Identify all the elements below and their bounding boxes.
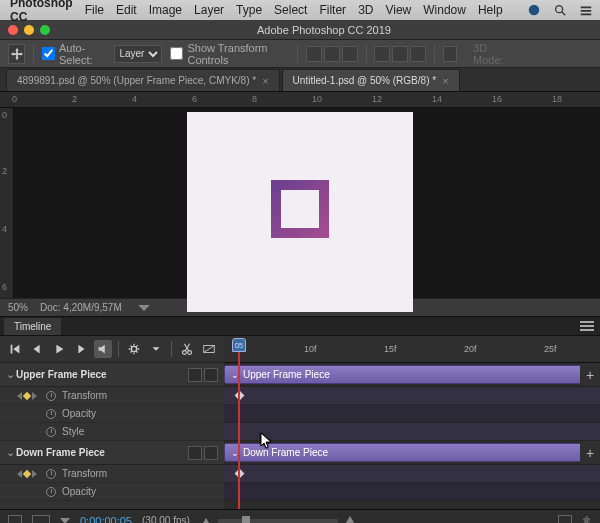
menu-extra-icon[interactable] — [579, 3, 593, 17]
menu-edit[interactable]: Edit — [116, 3, 137, 17]
menu-select[interactable]: Select — [274, 3, 307, 17]
zoom-out-icon[interactable] — [202, 518, 209, 524]
timeline-options-dropdown[interactable] — [147, 340, 165, 358]
playhead-cap-icon[interactable]: 05 — [232, 338, 246, 352]
timeline-clip[interactable]: ⌄Down Frame Piece — [224, 443, 594, 462]
audio-toggle-button[interactable] — [94, 340, 112, 358]
zoom-in-icon[interactable] — [344, 516, 356, 524]
timeline-clip[interactable]: ⌄Upper Frame Piece — [224, 365, 594, 384]
keyframe-nav[interactable] — [14, 392, 40, 400]
timeline-panel-tab[interactable]: Timeline — [4, 318, 61, 335]
layer-action-dropdown-icon[interactable] — [204, 446, 218, 460]
timeline-layer-header[interactable]: ⌄ Down Frame Piece — [0, 441, 224, 465]
timeline-tracks[interactable]: 05 10f 15f 20f 25f ⌄Upper Frame Piece + … — [224, 336, 600, 509]
split-clip-button[interactable] — [178, 340, 196, 358]
timeline-property-row[interactable]: Opacity — [0, 483, 224, 501]
add-track-button[interactable]: + — [580, 363, 600, 386]
align-left-icon[interactable] — [374, 46, 390, 62]
status-menu-icon[interactable] — [138, 305, 150, 311]
playhead-line[interactable] — [238, 352, 240, 509]
footer-menu-icon[interactable] — [60, 518, 70, 524]
auto-select-input[interactable] — [42, 47, 55, 60]
render-icon[interactable] — [32, 515, 50, 524]
transition-button[interactable] — [200, 340, 218, 358]
timeline-settings-button[interactable] — [125, 340, 143, 358]
timeline-keyframe-row[interactable] — [224, 483, 600, 501]
timeline-property-row[interactable]: Transform — [0, 387, 224, 405]
doc-size[interactable]: Doc: 4,20M/9,57M — [40, 302, 122, 313]
play-button[interactable] — [50, 340, 68, 358]
menu-window[interactable]: Window — [423, 3, 466, 17]
timeline-clip-row[interactable]: ⌄Upper Frame Piece + — [224, 363, 600, 387]
panel-menu-icon[interactable] — [578, 319, 596, 333]
menu-type[interactable]: Type — [236, 3, 262, 17]
show-transform-input[interactable] — [170, 47, 183, 60]
zoom-track[interactable] — [218, 519, 338, 523]
menu-view[interactable]: View — [385, 3, 411, 17]
stopwatch-icon[interactable] — [46, 469, 56, 479]
zoom-level[interactable]: 50% — [8, 302, 28, 313]
stopwatch-icon[interactable] — [46, 409, 56, 419]
timeline-keyframe-row[interactable] — [224, 387, 600, 405]
chevron-down-icon[interactable]: ⌄ — [6, 368, 16, 381]
close-tab-icon[interactable]: × — [262, 75, 268, 87]
align-hcenter-icon[interactable] — [392, 46, 408, 62]
goto-start-button[interactable] — [6, 340, 24, 358]
next-frame-button[interactable] — [72, 340, 90, 358]
timeline-clip-row[interactable]: ⌄Down Frame Piece + — [224, 441, 600, 465]
trash-icon[interactable]: 🗑 — [582, 515, 592, 523]
document-tab-1[interactable]: 4899891.psd @ 50% (Upper Frame Piece, CM… — [6, 69, 280, 91]
prev-frame-button[interactable] — [28, 340, 46, 358]
current-time[interactable]: 0:00:00:05 — [80, 515, 132, 524]
stopwatch-icon[interactable] — [46, 487, 56, 497]
auto-select-checkbox[interactable]: Auto-Select: — [42, 42, 107, 66]
menu-3d[interactable]: 3D — [358, 3, 373, 17]
horizontal-ruler[interactable]: 0 2 4 6 8 10 12 14 16 18 — [0, 92, 600, 108]
canvas-viewport[interactable]: 0 2 4 6 — [0, 108, 600, 298]
timeline-keyframe-row[interactable] — [224, 465, 600, 483]
close-tab-icon[interactable]: × — [442, 75, 448, 87]
align-vcenter-icon[interactable] — [324, 46, 340, 62]
timeline-keyframe-row[interactable] — [224, 423, 600, 441]
add-track-button[interactable]: + — [580, 441, 600, 464]
timeline-zoom-slider[interactable] — [200, 516, 548, 524]
close-window-button[interactable] — [8, 25, 18, 35]
move-tool-icon[interactable] — [8, 44, 25, 64]
timeline-property-row[interactable]: Transform — [0, 465, 224, 483]
menu-layer[interactable]: Layer — [194, 3, 224, 17]
playhead-marker[interactable]: 05 — [232, 338, 246, 352]
timeline-property-row[interactable]: Opacity — [0, 405, 224, 423]
vertical-ruler[interactable]: 0 2 4 6 — [0, 108, 14, 298]
align-bottom-icon[interactable] — [342, 46, 358, 62]
stopwatch-icon[interactable] — [46, 391, 56, 401]
layer-action-icon[interactable] — [188, 368, 202, 382]
fps-label[interactable]: (30,00 fps) — [142, 515, 190, 523]
zoom-handle[interactable] — [242, 516, 250, 524]
search-icon[interactable] — [553, 3, 567, 17]
menu-filter[interactable]: Filter — [319, 3, 346, 17]
menu-image[interactable]: Image — [149, 3, 182, 17]
auto-select-mode-dropdown[interactable]: Layer — [114, 45, 162, 63]
record-icon[interactable] — [527, 3, 541, 17]
timeline-keyframe-row[interactable] — [224, 405, 600, 423]
layer-action-icon[interactable] — [188, 446, 202, 460]
timeline-layer-header[interactable]: ⌄ Upper Frame Piece — [0, 363, 224, 387]
keyframe-nav[interactable] — [14, 470, 40, 478]
minimize-window-button[interactable] — [24, 25, 34, 35]
align-top-icon[interactable] — [306, 46, 322, 62]
more-align-icon[interactable] — [443, 46, 457, 62]
align-right-icon[interactable] — [410, 46, 426, 62]
convert-frames-icon[interactable] — [8, 515, 22, 524]
footer-button[interactable] — [558, 515, 572, 524]
timeline-ruler[interactable]: 05 10f 15f 20f 25f — [224, 336, 600, 363]
layer-action-dropdown-icon[interactable] — [204, 368, 218, 382]
show-transform-checkbox[interactable]: Show Transform Controls — [170, 42, 288, 66]
maximize-window-button[interactable] — [40, 25, 50, 35]
chevron-down-icon[interactable]: ⌄ — [6, 446, 16, 459]
app-name[interactable]: Photoshop CC — [10, 0, 73, 24]
artboard[interactable] — [187, 112, 413, 312]
menu-file[interactable]: File — [85, 3, 104, 17]
menu-help[interactable]: Help — [478, 3, 503, 17]
document-tab-2[interactable]: Untitled-1.psd @ 50% (RGB/8) * × — [282, 69, 460, 91]
stopwatch-icon[interactable] — [46, 427, 56, 437]
